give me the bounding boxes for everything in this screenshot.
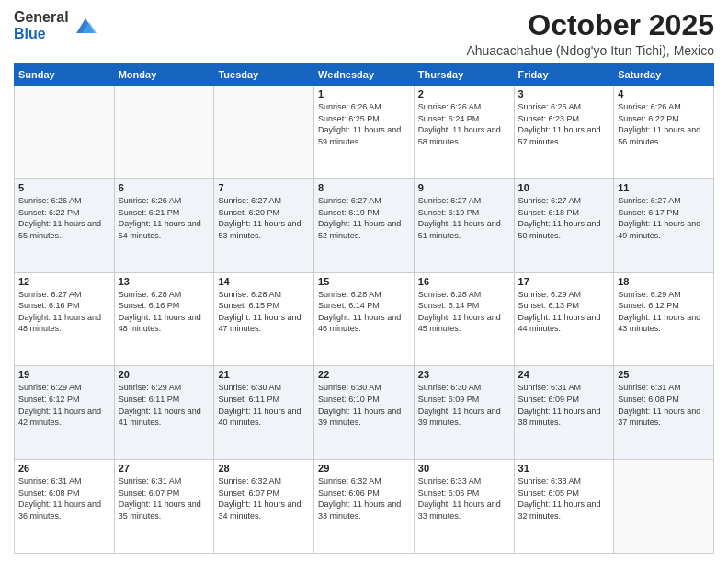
- day-info: Sunrise: 6:32 AM Sunset: 6:06 PM Dayligh…: [318, 476, 410, 522]
- day-number: 31: [518, 463, 610, 474]
- calendar-day-cell: 2Sunrise: 6:26 AM Sunset: 6:24 PM Daylig…: [414, 86, 514, 179]
- header: General Blue October 2025 Ahuacachahue (…: [14, 9, 714, 58]
- day-number: 26: [18, 463, 110, 474]
- logo: General Blue: [14, 9, 98, 41]
- day-info: Sunrise: 6:29 AM Sunset: 6:13 PM Dayligh…: [518, 289, 610, 335]
- day-info: Sunrise: 6:33 AM Sunset: 6:05 PM Dayligh…: [518, 476, 610, 522]
- day-info: Sunrise: 6:27 AM Sunset: 6:19 PM Dayligh…: [318, 195, 410, 241]
- day-info: Sunrise: 6:26 AM Sunset: 6:24 PM Dayligh…: [418, 101, 510, 147]
- day-number: 17: [518, 276, 610, 287]
- day-number: 2: [418, 88, 510, 99]
- day-info: Sunrise: 6:28 AM Sunset: 6:15 PM Dayligh…: [218, 289, 310, 335]
- day-info: Sunrise: 6:30 AM Sunset: 6:10 PM Dayligh…: [318, 382, 410, 428]
- calendar-day-cell: 29Sunrise: 6:32 AM Sunset: 6:06 PM Dayli…: [314, 460, 415, 554]
- calendar-day-cell: 18Sunrise: 6:29 AM Sunset: 6:12 PM Dayli…: [614, 272, 714, 366]
- calendar-day-cell: 27Sunrise: 6:31 AM Sunset: 6:07 PM Dayli…: [114, 460, 214, 554]
- day-info: Sunrise: 6:31 AM Sunset: 6:08 PM Dayligh…: [18, 476, 110, 522]
- calendar-week-row: 19Sunrise: 6:29 AM Sunset: 6:12 PM Dayli…: [15, 366, 714, 460]
- day-number: 28: [218, 463, 310, 474]
- day-info: Sunrise: 6:31 AM Sunset: 6:09 PM Dayligh…: [518, 382, 610, 428]
- day-number: 12: [18, 276, 110, 287]
- calendar-day-header: Saturday: [614, 64, 714, 86]
- calendar-day-cell: [214, 86, 314, 179]
- day-number: 4: [618, 88, 710, 99]
- day-info: Sunrise: 6:29 AM Sunset: 6:11 PM Dayligh…: [119, 382, 210, 428]
- day-number: 11: [618, 182, 710, 193]
- calendar-day-cell: 30Sunrise: 6:33 AM Sunset: 6:06 PM Dayli…: [414, 460, 514, 554]
- day-info: Sunrise: 6:27 AM Sunset: 6:16 PM Dayligh…: [18, 289, 110, 335]
- calendar-day-cell: 8Sunrise: 6:27 AM Sunset: 6:19 PM Daylig…: [314, 178, 415, 272]
- day-number: 14: [218, 276, 310, 287]
- calendar-day-cell: 1Sunrise: 6:26 AM Sunset: 6:25 PM Daylig…: [314, 86, 415, 179]
- logo-text: General Blue: [14, 9, 69, 41]
- calendar-day-cell: 25Sunrise: 6:31 AM Sunset: 6:08 PM Dayli…: [614, 366, 714, 460]
- day-info: Sunrise: 6:26 AM Sunset: 6:22 PM Dayligh…: [18, 195, 110, 241]
- calendar-day-cell: 7Sunrise: 6:27 AM Sunset: 6:20 PM Daylig…: [214, 178, 314, 272]
- day-info: Sunrise: 6:26 AM Sunset: 6:25 PM Dayligh…: [318, 101, 410, 147]
- calendar-day-cell: 21Sunrise: 6:30 AM Sunset: 6:11 PM Dayli…: [214, 366, 314, 460]
- calendar-day-cell: 12Sunrise: 6:27 AM Sunset: 6:16 PM Dayli…: [15, 272, 115, 366]
- calendar-week-row: 26Sunrise: 6:31 AM Sunset: 6:08 PM Dayli…: [15, 460, 714, 554]
- calendar-day-cell: 20Sunrise: 6:29 AM Sunset: 6:11 PM Dayli…: [114, 366, 214, 460]
- day-number: 25: [618, 369, 710, 380]
- calendar-table: SundayMondayTuesdayWednesdayThursdayFrid…: [14, 63, 714, 554]
- calendar-day-header: Friday: [514, 64, 614, 86]
- calendar-day-cell: 4Sunrise: 6:26 AM Sunset: 6:22 PM Daylig…: [614, 86, 714, 179]
- day-info: Sunrise: 6:31 AM Sunset: 6:07 PM Dayligh…: [119, 476, 210, 522]
- calendar-day-cell: 28Sunrise: 6:32 AM Sunset: 6:07 PM Dayli…: [214, 460, 314, 554]
- day-info: Sunrise: 6:30 AM Sunset: 6:11 PM Dayligh…: [218, 382, 310, 428]
- day-info: Sunrise: 6:29 AM Sunset: 6:12 PM Dayligh…: [18, 382, 110, 428]
- day-info: Sunrise: 6:27 AM Sunset: 6:18 PM Dayligh…: [518, 195, 610, 241]
- day-info: Sunrise: 6:26 AM Sunset: 6:21 PM Dayligh…: [119, 195, 210, 241]
- day-info: Sunrise: 6:27 AM Sunset: 6:20 PM Dayligh…: [218, 195, 310, 241]
- calendar-day-cell: 13Sunrise: 6:28 AM Sunset: 6:16 PM Dayli…: [114, 272, 214, 366]
- day-info: Sunrise: 6:32 AM Sunset: 6:07 PM Dayligh…: [218, 476, 310, 522]
- calendar-day-cell: 24Sunrise: 6:31 AM Sunset: 6:09 PM Dayli…: [514, 366, 614, 460]
- day-number: 15: [318, 276, 410, 287]
- day-number: 23: [418, 369, 510, 380]
- day-info: Sunrise: 6:27 AM Sunset: 6:17 PM Dayligh…: [618, 195, 710, 241]
- day-info: Sunrise: 6:26 AM Sunset: 6:22 PM Dayligh…: [618, 101, 710, 147]
- calendar-day-cell: 31Sunrise: 6:33 AM Sunset: 6:05 PM Dayli…: [514, 460, 614, 554]
- calendar-day-header: Wednesday: [314, 64, 415, 86]
- day-number: 7: [218, 182, 310, 193]
- calendar-day-cell: [114, 86, 214, 179]
- day-number: 24: [518, 369, 610, 380]
- day-info: Sunrise: 6:27 AM Sunset: 6:19 PM Dayligh…: [418, 195, 510, 241]
- calendar-day-cell: 26Sunrise: 6:31 AM Sunset: 6:08 PM Dayli…: [15, 460, 115, 554]
- day-number: 29: [318, 463, 410, 474]
- day-info: Sunrise: 6:29 AM Sunset: 6:12 PM Dayligh…: [618, 289, 710, 335]
- day-number: 19: [18, 369, 110, 380]
- day-number: 16: [418, 276, 510, 287]
- day-number: 18: [618, 276, 710, 287]
- day-info: Sunrise: 6:28 AM Sunset: 6:16 PM Dayligh…: [119, 289, 210, 335]
- day-number: 10: [518, 182, 610, 193]
- calendar-day-cell: [15, 86, 115, 179]
- day-number: 20: [119, 369, 210, 380]
- day-number: 8: [318, 182, 410, 193]
- calendar-header-row: SundayMondayTuesdayWednesdayThursdayFrid…: [15, 64, 714, 86]
- calendar-day-cell: [614, 460, 714, 554]
- day-number: 21: [218, 369, 310, 380]
- day-number: 3: [518, 88, 610, 99]
- calendar-day-header: Monday: [114, 64, 214, 86]
- page: General Blue October 2025 Ahuacachahue (…: [0, 0, 728, 563]
- day-info: Sunrise: 6:30 AM Sunset: 6:09 PM Dayligh…: [418, 382, 510, 428]
- day-info: Sunrise: 6:28 AM Sunset: 6:14 PM Dayligh…: [318, 289, 410, 335]
- calendar-day-header: Thursday: [414, 64, 514, 86]
- calendar-day-cell: 10Sunrise: 6:27 AM Sunset: 6:18 PM Dayli…: [514, 178, 614, 272]
- calendar-week-row: 5Sunrise: 6:26 AM Sunset: 6:22 PM Daylig…: [15, 178, 714, 272]
- day-info: Sunrise: 6:26 AM Sunset: 6:23 PM Dayligh…: [518, 101, 610, 147]
- calendar-day-cell: 3Sunrise: 6:26 AM Sunset: 6:23 PM Daylig…: [514, 86, 614, 179]
- calendar-day-header: Sunday: [15, 64, 115, 86]
- day-number: 27: [119, 463, 210, 474]
- calendar-day-cell: 23Sunrise: 6:30 AM Sunset: 6:09 PM Dayli…: [414, 366, 514, 460]
- calendar-day-cell: 11Sunrise: 6:27 AM Sunset: 6:17 PM Dayli…: [614, 178, 714, 272]
- day-info: Sunrise: 6:28 AM Sunset: 6:14 PM Dayligh…: [418, 289, 510, 335]
- calendar-week-row: 12Sunrise: 6:27 AM Sunset: 6:16 PM Dayli…: [15, 272, 714, 366]
- calendar-day-cell: 22Sunrise: 6:30 AM Sunset: 6:10 PM Dayli…: [314, 366, 415, 460]
- day-number: 13: [119, 276, 210, 287]
- title-block: October 2025 Ahuacachahue (Ndog'yo Itun …: [466, 9, 714, 58]
- month-title: October 2025: [466, 9, 714, 41]
- day-number: 22: [318, 369, 410, 380]
